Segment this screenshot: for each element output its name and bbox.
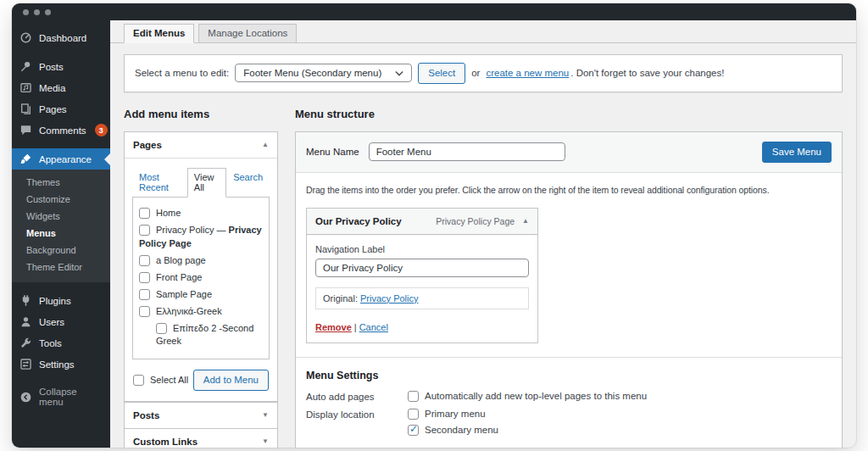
display-location-option-primary-menu[interactable]: Primary menu (408, 409, 498, 420)
sidebar-item-collapse-menu[interactable]: Collapse menu (12, 382, 110, 411)
page-checkbox-item[interactable]: Privacy Policy — Privacy Policy Page (139, 224, 263, 251)
sidebar-item-appearance[interactable]: Appearance (12, 148, 110, 170)
plugins-icon (19, 294, 32, 307)
window-control-dot[interactable] (45, 9, 51, 15)
sidebar-item-settings[interactable]: Settings (12, 354, 110, 375)
sidebar-item-plugins[interactable]: Plugins (12, 290, 110, 311)
custom-links-panel-header[interactable]: Custom Links▼ (125, 429, 277, 448)
page-checkbox-item[interactable]: Sample Page (139, 288, 263, 302)
pages-tab-search[interactable]: Search (226, 168, 270, 198)
page-item-checkbox[interactable] (139, 289, 150, 300)
sidebar-item-media[interactable]: Media (12, 77, 110, 98)
display-location-option-label: Primary menu (425, 409, 486, 419)
posts-icon (19, 60, 32, 73)
sidebar-item-label: Pages (39, 104, 67, 114)
page-item-checkbox[interactable] (139, 272, 150, 283)
auto-add-pages-checkbox[interactable] (408, 391, 419, 402)
page-item-checkbox[interactable] (139, 255, 150, 266)
menu-name-input[interactable] (369, 142, 565, 161)
comments-icon (19, 124, 32, 136)
posts-panel-header[interactable]: Posts▼ (125, 403, 277, 428)
page-item-checkbox[interactable] (139, 306, 150, 317)
menu-item-settings: Navigation Label Original: Privacy Polic… (306, 235, 538, 343)
pages-panel-title: Pages (133, 140, 162, 150)
sidebar-subitem-themes[interactable]: Themes (12, 174, 110, 191)
page-item-label: Sample Page (156, 289, 212, 299)
page-item-label: Ελληνικά-Greek (156, 306, 222, 316)
tab-edit-menus[interactable]: Edit Menus (124, 24, 194, 43)
dashboard-icon (19, 31, 32, 44)
sidebar-item-posts[interactable]: Posts (12, 56, 110, 77)
sidebar-item-tools[interactable]: Tools (12, 332, 110, 354)
page-checkbox-item[interactable]: Επίπεδο 2 -Second Greek (139, 322, 263, 349)
settings-icon (19, 358, 32, 370)
sidebar-item-pages[interactable]: Pages (12, 98, 110, 120)
sidebar-subitem-widgets[interactable]: Widgets (12, 208, 110, 225)
page-checkbox-item[interactable]: Ελληνικά-Greek (139, 305, 263, 319)
app-window: DashboardPostsMediaPagesComments3Appeara… (12, 3, 856, 448)
display-location-option-secondary-menu[interactable]: Secondary menu (408, 425, 498, 436)
add-menu-items-column: Add menu items Pages ▲ Most RecentView A… (124, 105, 278, 448)
page-item-label: Front Page (156, 272, 202, 282)
pages-icon (19, 103, 32, 115)
original-row: Original: Privacy Policy (315, 287, 529, 309)
original-page-link[interactable]: Privacy Policy (360, 293, 418, 303)
sidebar-item-label: Appearance (39, 154, 92, 164)
display-location-label: Display location (306, 409, 408, 420)
sidebar-item-label: Tools (39, 338, 62, 348)
pages-panel-header[interactable]: Pages ▲ (125, 132, 277, 159)
panel-title: Posts (133, 410, 159, 420)
sidebar-subitem-customize[interactable]: Customize (12, 191, 110, 208)
sidebar-item-dashboard[interactable]: Dashboard (12, 27, 110, 48)
add-to-menu-button[interactable]: Add to Menu (193, 370, 269, 391)
save-menu-button-top[interactable]: Save Menu (762, 142, 832, 163)
pages-checklist: HomePrivacy Policy — Privacy Policy Page… (132, 197, 270, 359)
page-item-checkbox[interactable] (139, 208, 150, 219)
cancel-item-link[interactable]: Cancel (359, 322, 388, 332)
pages-tab-most-recent[interactable]: Most Recent (132, 168, 187, 198)
menu-item-title: Our Privacy Policy (315, 216, 402, 226)
menu-item-handle[interactable]: Our Privacy Policy Privacy Policy Page ▲ (306, 208, 538, 235)
posts-panel: Posts▼ (124, 402, 278, 429)
create-new-menu-link[interactable]: create a new menu (486, 68, 569, 78)
sidebar-item-comments[interactable]: Comments3 (12, 120, 110, 141)
page-checkbox-item[interactable]: Front Page (139, 271, 263, 285)
custom-links-panel: Custom Links▼ (124, 428, 278, 448)
tab-manage-locations[interactable]: Manage Locations (198, 24, 297, 43)
chevron-down-icon: ▼ (262, 412, 269, 419)
secondary-menu-checkbox[interactable] (408, 425, 419, 436)
page-item-checkbox[interactable] (156, 323, 167, 334)
remove-item-link[interactable]: Remove (315, 322, 352, 332)
admin-sidebar: DashboardPostsMediaPagesComments3Appeara… (12, 20, 110, 448)
navigation-label-input[interactable] (315, 259, 529, 277)
menu-name-label: Menu Name (306, 147, 359, 157)
tools-icon (19, 337, 32, 349)
auto-add-pages-option[interactable]: Automatically add new top-level pages to… (408, 391, 647, 402)
window-control-dot[interactable] (34, 9, 40, 15)
select-all-label: Select All (150, 375, 188, 385)
save-changes-hint: . Don't forget to save your changes! (570, 68, 724, 78)
sidebar-item-label: Collapse menu (39, 387, 103, 407)
page-checkbox-item[interactable]: a Blog page (139, 254, 263, 268)
select-all-option[interactable]: Select All (133, 375, 188, 386)
page-checkbox-item[interactable]: Home (139, 207, 263, 220)
comments-count-badge: 3 (95, 124, 108, 136)
select-all-checkbox[interactable] (133, 375, 144, 386)
page-item-checkbox[interactable] (139, 225, 150, 236)
sidebar-subitem-theme-editor[interactable]: Theme Editor (12, 259, 110, 276)
primary-menu-checkbox[interactable] (408, 409, 419, 420)
sidebar-subitem-menus[interactable]: Menus (12, 225, 110, 242)
auto-add-pages-label: Auto add pages (306, 391, 408, 402)
sidebar-item-users[interactable]: Users (12, 311, 110, 332)
display-location-option-label: Secondary menu (425, 425, 498, 435)
appearance-icon (19, 153, 32, 165)
window-control-dot[interactable] (23, 9, 29, 15)
menu-settings-section: Menu Settings Auto add pages Automatical… (296, 357, 842, 448)
pages-tab-view-all[interactable]: View All (187, 168, 226, 198)
sidebar-subitem-background[interactable]: Background (12, 242, 110, 259)
menu-select-dropdown[interactable]: Footer Menu (Secondary menu) (235, 64, 412, 82)
select-menu-button[interactable]: Select (418, 63, 465, 84)
sidebar-item-label: Posts (39, 62, 64, 72)
chevron-up-icon[interactable]: ▲ (522, 218, 529, 225)
menu-structure-column: Menu structure Menu Name Save Menu Drag … (295, 105, 843, 448)
